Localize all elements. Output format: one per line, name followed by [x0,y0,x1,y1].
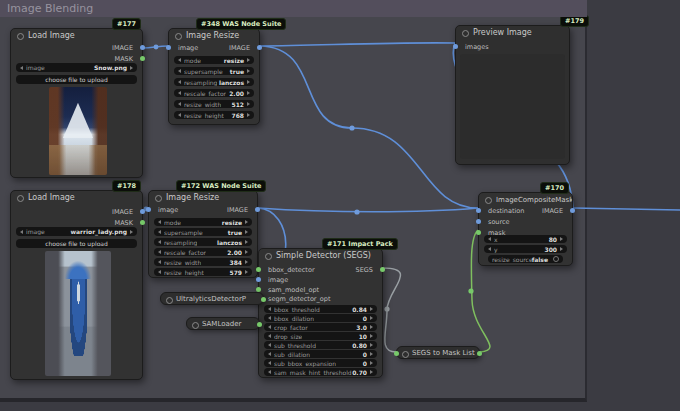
input-dot-bbox-detector[interactable] [256,267,261,272]
increment-arrow-icon[interactable] [370,325,373,329]
increment-arrow-icon[interactable] [370,316,373,320]
node-header[interactable]: Load Image [11,29,142,43]
widget-rescale-factor[interactable]: rescale_factor 2.00 [154,248,252,256]
increment-arrow-icon[interactable] [370,361,373,365]
output-dot-segs[interactable] [380,267,385,272]
node-sam-loader[interactable]: SAMLoader [186,317,260,330]
output-dot-mask[interactable] [140,56,145,61]
decrement-arrow-icon[interactable] [158,260,161,264]
widget-bbox-threshold[interactable]: bbox_threshold 0.84 [264,305,377,313]
node-header[interactable]: Image Resize [149,191,257,205]
widget-resize-source-toggle[interactable]: resize_source false [488,255,563,263]
output-dot-image[interactable] [140,209,145,214]
next-arrow-icon[interactable] [130,230,133,234]
widget-x[interactable]: x 80 [484,235,567,243]
next-arrow-icon[interactable] [245,220,248,224]
increment-arrow-icon[interactable] [247,113,250,117]
widget-supersample[interactable]: supersample true [154,228,252,236]
next-arrow-icon[interactable] [245,230,248,234]
next-arrow-icon[interactable] [130,66,133,70]
widget-sam-mask-hint-threshold[interactable]: sam_mask_hint_threshold 0.70 [264,368,377,376]
increment-arrow-icon[interactable] [370,352,373,356]
image-combo-widget[interactable]: image warrior_lady.png [16,227,137,236]
node-simple-detector[interactable]: Simple Detector (SEGS) bbox_detector ima… [258,248,383,378]
output-dot[interactable] [261,297,266,302]
node-image-composite-masked[interactable]: ImageCompositeMasked destination source … [478,192,573,266]
collapse-icon[interactable] [17,195,24,202]
node-preview-image[interactable]: Preview Image images [455,25,570,165]
widget-rescale-factor[interactable]: rescale_factor 2.00 [174,89,254,97]
node-header[interactable]: Simple Detector (SEGS) [259,249,382,263]
prev-arrow-icon[interactable] [158,240,161,244]
decrement-arrow-icon[interactable] [488,247,491,251]
widget-resize-width[interactable]: resize_width 384 [154,258,252,266]
collapse-icon[interactable] [166,297,173,304]
prev-arrow-icon[interactable] [158,230,161,234]
decrement-arrow-icon[interactable] [178,113,181,117]
node-header[interactable]: Load Image [11,191,142,205]
widget-resampling[interactable]: resampling lanczos [174,78,254,86]
prev-arrow-icon[interactable] [178,80,181,84]
prev-arrow-icon[interactable] [178,58,181,62]
output-dot-mask[interactable] [140,220,145,225]
widget-mode[interactable]: mode resize [174,56,254,64]
decrement-arrow-icon[interactable] [268,370,271,374]
output-dot-image[interactable] [257,45,262,50]
widget-sub-dilation[interactable]: sub_dilation 0 [264,350,377,358]
widget-resize-width[interactable]: resize_width 512 [174,100,254,108]
collapse-icon[interactable] [175,33,182,40]
node-segs-to-mask-list[interactable]: SEGS to Mask List [396,346,480,359]
increment-arrow-icon[interactable] [370,343,373,347]
widget-supersample[interactable]: supersample true [174,67,254,75]
decrement-arrow-icon[interactable] [268,361,271,365]
widget-resize-height[interactable]: resize_height 768 [174,111,254,119]
collapse-icon[interactable] [265,253,272,260]
decrement-arrow-icon[interactable] [158,250,161,254]
output-dot-image[interactable] [255,207,260,212]
decrement-arrow-icon[interactable] [488,237,491,241]
decrement-arrow-icon[interactable] [268,316,271,320]
prev-arrow-icon[interactable] [20,230,23,234]
collapse-icon[interactable] [462,30,469,37]
decrement-arrow-icon[interactable] [178,91,181,95]
input-dot-mask[interactable] [476,230,481,235]
node-load-image-1[interactable]: Load Image IMAGE MASK image Snow.png cho… [10,28,143,178]
collapse-icon[interactable] [192,322,199,329]
upload-button[interactable]: choose file to upload [16,239,137,248]
next-arrow-icon[interactable] [245,240,248,244]
output-dot[interactable] [477,351,482,356]
prev-arrow-icon[interactable] [158,220,161,224]
increment-arrow-icon[interactable] [245,250,248,254]
increment-arrow-icon[interactable] [245,270,248,274]
input-dot-image[interactable] [256,277,261,282]
increment-arrow-icon[interactable] [560,247,563,251]
collapse-icon[interactable] [17,33,24,40]
widget-resize-height[interactable]: resize_height 579 [154,268,252,276]
widget-sub-bbox-expansion[interactable]: sub_bbox_expansion 0 [264,359,377,367]
input-dot[interactable] [394,351,399,356]
decrement-arrow-icon[interactable] [158,270,161,274]
upload-button[interactable]: choose file to upload [16,75,137,84]
increment-arrow-icon[interactable] [245,260,248,264]
output-dot-image[interactable] [570,208,575,213]
input-dot-image[interactable] [146,207,151,212]
increment-arrow-icon[interactable] [247,102,250,106]
increment-arrow-icon[interactable] [560,237,563,241]
node-header[interactable]: ImageCompositeMasked [479,193,572,207]
image-combo-widget[interactable]: image Snow.png [16,63,137,72]
node-image-resize-1[interactable]: Image Resize image IMAGE mode resize sup… [168,28,260,125]
widget-sub-threshold[interactable]: sub_threshold 0.80 [264,341,377,349]
decrement-arrow-icon[interactable] [178,102,181,106]
next-arrow-icon[interactable] [247,69,250,73]
node-header[interactable]: Image Resize [169,29,259,43]
next-arrow-icon[interactable] [247,80,250,84]
prev-arrow-icon[interactable] [20,66,23,70]
widget-mode[interactable]: mode resize [154,218,252,226]
input-dot-source[interactable] [476,219,481,224]
node-image-resize-2[interactable]: Image Resize image IMAGE mode resize sup… [148,190,258,278]
collapse-icon[interactable] [402,351,409,358]
widget-bbox-dilation[interactable]: bbox_dilation 0 [264,314,377,322]
node-header[interactable]: Preview Image [456,26,569,40]
input-dot-image[interactable] [166,45,171,50]
next-arrow-icon[interactable] [247,58,250,62]
